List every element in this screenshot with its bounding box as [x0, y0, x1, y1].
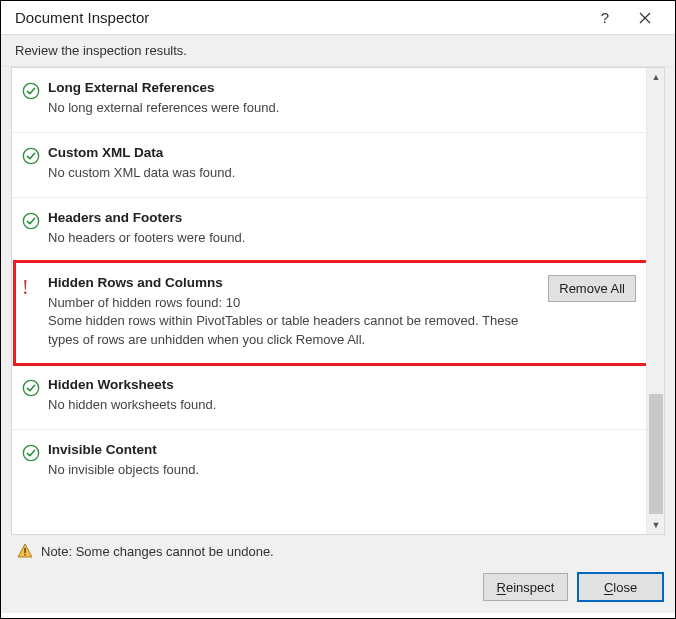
result-title: Hidden Rows and Columns	[48, 275, 540, 290]
result-action: Remove All	[540, 275, 636, 351]
result-item: Headers and FootersNo headers or footers…	[12, 198, 646, 263]
svg-point-3	[23, 380, 38, 395]
result-item: Custom XML DataNo custom XML data was fo…	[12, 133, 646, 198]
status-ok-icon	[22, 442, 48, 480]
status-ok-icon	[22, 210, 48, 248]
result-text: Headers and FootersNo headers or footers…	[48, 210, 636, 248]
check-circle-icon	[22, 444, 40, 462]
svg-rect-5	[24, 548, 25, 553]
scroll-down-icon[interactable]: ▼	[647, 516, 665, 534]
status-ok-icon	[22, 145, 48, 183]
result-description: Number of hidden rows found: 10 Some hid…	[48, 294, 540, 351]
result-text: Hidden WorksheetsNo hidden worksheets fo…	[48, 377, 636, 415]
exclamation-icon: !	[22, 276, 29, 298]
result-item: Long External ReferencesNo long external…	[12, 68, 646, 133]
help-button[interactable]: ?	[585, 1, 625, 35]
result-text: Hidden Rows and ColumnsNumber of hidden …	[48, 275, 540, 351]
scrollbar[interactable]: ▲ ▼	[646, 68, 664, 534]
result-title: Headers and Footers	[48, 210, 636, 225]
result-description: No custom XML data was found.	[48, 164, 636, 183]
result-description: No invisible objects found.	[48, 461, 636, 480]
check-circle-icon	[22, 212, 40, 230]
close-icon	[639, 12, 651, 24]
button-row: Reinspect Close	[1, 567, 675, 613]
reinspect-button[interactable]: Reinspect	[483, 573, 568, 601]
close-button[interactable]: Close	[578, 573, 663, 601]
result-item: Hidden WorksheetsNo hidden worksheets fo…	[12, 365, 646, 430]
check-circle-icon	[22, 82, 40, 100]
footer-note-text: Note: Some changes cannot be undone.	[41, 544, 274, 559]
check-circle-icon	[22, 147, 40, 165]
result-title: Hidden Worksheets	[48, 377, 636, 392]
titlebar: Document Inspector ?	[1, 1, 675, 35]
result-description: No long external references were found.	[48, 99, 636, 118]
svg-point-4	[23, 445, 38, 460]
result-item: !Hidden Rows and ColumnsNumber of hidden…	[12, 263, 646, 366]
scroll-thumb[interactable]	[649, 394, 663, 514]
subheader: Review the inspection results.	[1, 35, 675, 67]
svg-point-1	[23, 148, 38, 163]
status-ok-icon	[22, 377, 48, 415]
status-ok-icon	[22, 80, 48, 118]
result-item: Invisible ContentNo invisible objects fo…	[12, 430, 646, 494]
result-title: Invisible Content	[48, 442, 636, 457]
check-circle-icon	[22, 379, 40, 397]
result-description: No hidden worksheets found.	[48, 396, 636, 415]
result-description: No headers or footers were found.	[48, 229, 636, 248]
svg-point-0	[23, 83, 38, 98]
status-warning-icon: !	[22, 275, 48, 351]
scroll-up-icon[interactable]: ▲	[647, 68, 665, 86]
results-panel: Long External ReferencesNo long external…	[11, 67, 665, 535]
result-text: Custom XML DataNo custom XML data was fo…	[48, 145, 636, 183]
remove-all-button[interactable]: Remove All	[548, 275, 636, 302]
footer-note-row: Note: Some changes cannot be undone.	[1, 535, 675, 567]
close-window-button[interactable]	[625, 1, 665, 35]
result-title: Long External References	[48, 80, 636, 95]
result-text: Invisible ContentNo invisible objects fo…	[48, 442, 636, 480]
svg-point-2	[23, 213, 38, 228]
warning-icon	[17, 543, 33, 559]
result-text: Long External ReferencesNo long external…	[48, 80, 636, 118]
svg-rect-6	[24, 554, 25, 556]
result-title: Custom XML Data	[48, 145, 636, 160]
window-title: Document Inspector	[15, 9, 149, 26]
